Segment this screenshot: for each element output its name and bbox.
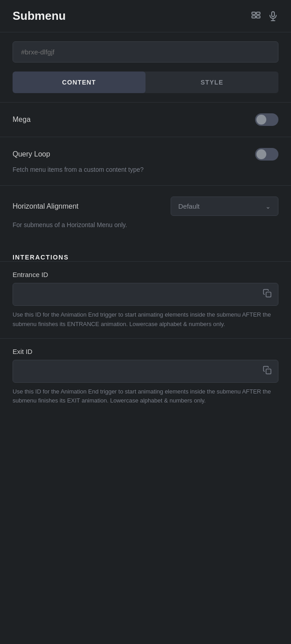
page-title: Submenu [13, 9, 66, 23]
query-loop-toggle[interactable] [255, 148, 278, 161]
horizontal-alignment-value: Default [178, 202, 200, 210]
svg-rect-1 [256, 12, 260, 14]
mega-toggle[interactable] [255, 113, 278, 126]
mega-section: Mega [0, 102, 291, 137]
query-loop-section: Query Loop Fetch menu items from a custo… [0, 137, 291, 185]
header: Submenu [0, 0, 291, 32]
svg-rect-8 [266, 369, 271, 374]
interactions-section-header: INTERACTIONS [0, 241, 291, 261]
copy-icon-exit[interactable] [263, 366, 272, 377]
content-style-tabs: CONTENT STYLE [13, 72, 278, 93]
query-loop-label: Query Loop [13, 150, 50, 158]
entrance-id-section: Entrance ID Use this ID for the Animatio… [0, 261, 291, 338]
exit-id-description: Use this ID for the Animation End trigge… [13, 387, 278, 406]
horizontal-alignment-description: For submenus of a Horizontal Menu only. [13, 220, 278, 230]
tab-style[interactable]: STYLE [146, 72, 278, 93]
element-id-input[interactable] [13, 41, 278, 63]
header-actions [251, 11, 278, 22]
mega-toggle-thumb [256, 115, 266, 125]
entrance-id-input[interactable] [19, 291, 263, 298]
horizontal-alignment-section: Horizontal Alignment Default ⌄ For subme… [0, 185, 291, 241]
entrance-id-description: Use this ID for the Animation End trigge… [13, 310, 278, 329]
svg-rect-4 [272, 12, 274, 17]
mega-label: Mega [13, 116, 31, 124]
svg-rect-2 [252, 16, 256, 18]
exit-id-input[interactable] [19, 367, 263, 375]
layout-icon[interactable] [251, 11, 261, 22]
query-loop-toggle-thumb [256, 149, 266, 159]
chevron-down-icon: ⌄ [265, 203, 271, 210]
entrance-id-label: Entrance ID [13, 271, 278, 278]
mega-row: Mega [13, 113, 278, 126]
query-loop-row: Query Loop [13, 148, 278, 161]
mic-icon[interactable] [268, 11, 278, 22]
interactions-title: INTERACTIONS [13, 254, 69, 261]
query-loop-description: Fetch menu items from a custom content t… [13, 165, 278, 174]
entrance-id-input-wrap [13, 283, 278, 306]
horizontal-alignment-label: Horizontal Alignment [13, 202, 79, 210]
exit-id-input-wrap [13, 360, 278, 383]
horizontal-alignment-row: Horizontal Alignment Default ⌄ [13, 197, 278, 216]
exit-id-section: Exit ID Use this ID for the Animation En… [0, 338, 291, 415]
svg-rect-3 [256, 16, 260, 18]
svg-rect-7 [266, 292, 271, 297]
id-section [0, 32, 291, 72]
tab-content[interactable]: CONTENT [13, 72, 146, 93]
exit-id-label: Exit ID [13, 348, 278, 355]
horizontal-alignment-dropdown[interactable]: Default ⌄ [171, 197, 278, 216]
copy-icon[interactable] [263, 289, 272, 300]
svg-rect-0 [252, 12, 256, 14]
